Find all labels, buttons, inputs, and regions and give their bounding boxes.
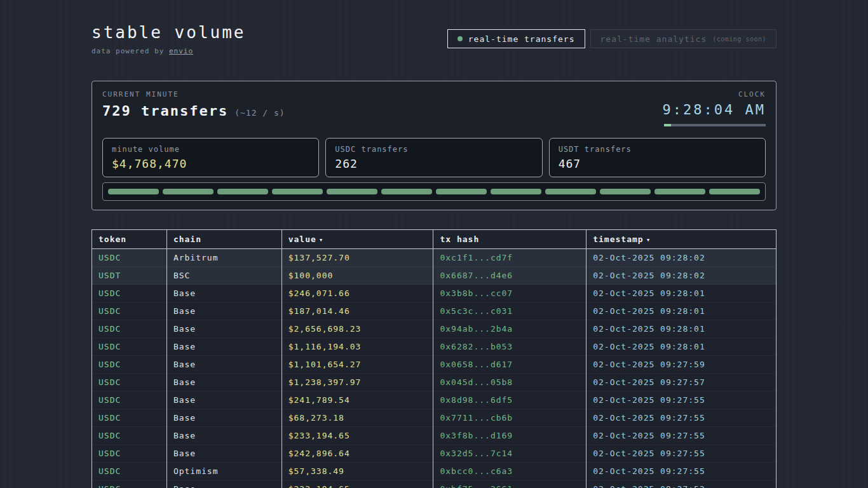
envio-link[interactable]: envio [169,47,193,55]
table-row: USDCBase$233,194.650xbf75...366102-Oct-2… [92,480,776,488]
tab-real-time-analytics: real-time analytics (coming soon) [590,29,777,48]
stat-label: USDT transfers [559,145,756,154]
clock-progress-bar [664,124,766,126]
table-row: USDCBase$242,896.640x32d5...7c1402-Oct-2… [92,445,776,463]
token-cell: USDT [92,267,167,285]
table-row: USDCBase$1,238,397.970x045d...05b802-Oct… [92,374,776,391]
minute-segment [436,189,487,194]
column-header-value[interactable]: value▾ [281,230,433,249]
timestamp-cell: 02-Oct-2025 09:27:55 [587,427,776,445]
minute-segment [108,189,159,194]
tx-hash-cell[interactable]: 0x6282...b053 [433,338,587,356]
value-cell: $1,116,194.03 [281,338,433,356]
table-row: USDCBase$1,101,654.270x0658...d61702-Oct… [92,356,776,374]
subtitle: data powered by envio [92,47,246,55]
timestamp-cell: 02-Oct-2025 09:27:53 [587,480,776,488]
stat-value: $4,768,470 [112,157,309,170]
chain-cell: Base [166,409,281,427]
chain-cell: Base [166,338,281,356]
tab-bar: real-time transfers real-time analytics … [447,29,776,48]
value-cell: $100,000 [281,267,433,285]
minute-segment [654,189,705,194]
stat-value: 262 [335,157,532,170]
tx-hash-cell[interactable]: 0xbcc0...c6a3 [433,463,587,480]
clock-block: CLOCK 9:28:04 AM [663,90,766,126]
chain-cell: BSC [166,267,281,285]
page-title: stable volume [92,23,246,42]
token-cell: USDC [92,409,167,427]
token-cell: USDC [92,338,167,356]
timestamp-cell: 02-Oct-2025 09:28:01 [587,338,776,356]
tx-hash-cell[interactable]: 0x045d...05b8 [433,374,587,391]
value-cell: $1,238,397.97 [281,374,433,391]
transfers-table-body: USDCArbitrum$137,527.700xc1f1...cd7f02-O… [92,249,776,488]
stats-row: minute volume $4,768,470 USDC transfers … [102,138,766,177]
stat-usdt-transfers: USDT transfers 467 [549,138,766,177]
column-header-timestamp[interactable]: timestamp▾ [587,230,776,249]
tx-hash-cell[interactable]: 0xbf75...3661 [433,480,587,488]
tx-hash-cell[interactable]: 0xc1f1...cd7f [433,249,587,267]
value-cell: $233,194.65 [281,427,433,445]
sort-desc-icon: ▾ [646,236,651,244]
table-row: USDTBSC$100,0000x6687...d4e602-Oct-2025 … [92,267,776,285]
chain-cell: Base [166,356,281,374]
tx-hash-cell[interactable]: 0x5c3c...c031 [433,302,587,320]
transfer-rate: (~12 / s) [234,108,285,118]
stat-minute-volume: minute volume $4,768,470 [102,138,319,177]
table-row: USDCBase$1,116,194.030x6282...b05302-Oct… [92,338,776,356]
transfer-count-line: 729 transfers (~12 / s) [102,103,285,119]
tx-hash-cell[interactable]: 0x0658...d617 [433,356,587,374]
tx-hash-cell[interactable]: 0x32d5...7c14 [433,445,587,463]
minute-segment [709,189,760,194]
value-cell: $137,527.70 [281,249,433,267]
tx-hash-cell[interactable]: 0x7711...cb6b [433,409,587,427]
timestamp-cell: 02-Oct-2025 09:27:55 [587,391,776,409]
page-header: stable volume data powered by envio real… [92,23,776,55]
minute-segment [600,189,651,194]
token-cell: USDC [92,391,167,409]
column-header-token: token [92,230,167,249]
token-cell: USDC [92,285,167,302]
value-cell: $246,071.66 [281,285,433,302]
title-block: stable volume data powered by envio [92,23,246,55]
tx-hash-cell[interactable]: 0x3f8b...d169 [433,427,587,445]
tx-hash-cell[interactable]: 0x94ab...2b4a [433,320,587,338]
table-row: USDCBase$2,656,698.230x94ab...2b4a02-Oct… [92,320,776,338]
minute-segment [272,189,323,194]
minute-segment [491,189,541,194]
clock-time: 9:28:04 AM [663,102,766,118]
value-cell: $187,014.46 [281,302,433,320]
tx-hash-cell[interactable]: 0x3b8b...cc07 [433,285,587,302]
current-minute-label: CURRENT MINUTE [102,90,285,98]
table-row: USDCArbitrum$137,527.700xc1f1...cd7f02-O… [92,249,776,267]
tx-hash-cell[interactable]: 0x6687...d4e6 [433,267,587,285]
token-cell: USDC [92,356,167,374]
value-cell: $57,338.49 [281,463,433,480]
coming-soon-badge: (coming soon) [712,36,766,43]
timestamp-cell: 02-Oct-2025 09:28:02 [587,267,776,285]
sort-desc-icon: ▾ [319,236,324,244]
chain-cell: Base [166,391,281,409]
tx-hash-cell[interactable]: 0x8d98...6df5 [433,391,587,409]
clock-label: CLOCK [663,90,766,98]
token-cell: USDC [92,302,167,320]
timestamp-cell: 02-Oct-2025 09:27:55 [587,409,776,427]
column-header-chain: chain [166,230,281,249]
chain-cell: Base [166,302,281,320]
minute-segment [217,189,268,194]
token-cell: USDC [92,427,167,445]
timestamp-cell: 02-Oct-2025 09:27:55 [587,445,776,463]
minute-segment [163,189,214,194]
tab-label: real-time transfers [468,34,575,44]
tab-real-time-transfers[interactable]: real-time transfers [447,29,585,48]
chain-cell: Optimism [166,463,281,480]
chain-cell: Base [166,480,281,488]
stat-value: 467 [559,157,756,170]
timestamp-cell: 02-Oct-2025 09:28:01 [587,302,776,320]
chain-cell: Base [166,427,281,445]
value-cell: $2,656,698.23 [281,320,433,338]
column-header-tx-hash: tx hash [433,230,587,249]
timestamp-cell: 02-Oct-2025 09:27:57 [587,374,776,391]
stat-label: minute volume [112,145,309,154]
token-cell: USDC [92,480,167,488]
